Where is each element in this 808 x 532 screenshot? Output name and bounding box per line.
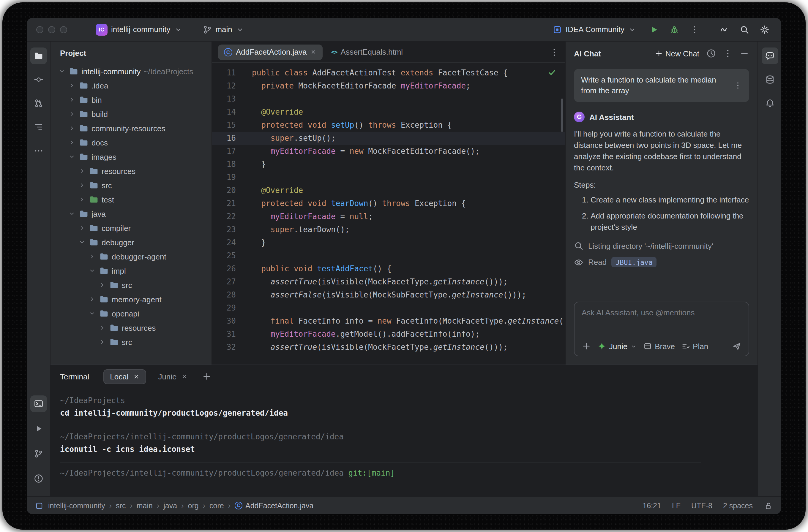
code-line-15[interactable]: 15 protected void setUp() throws Excepti… (212, 119, 565, 132)
plan-mode-toggle[interactable]: Plan (681, 342, 708, 350)
code-line-27[interactable]: 27 assertTrue(isVisible(MockFacetType.ge… (212, 276, 565, 288)
tree-item-docs[interactable]: docs (51, 135, 212, 150)
tree-item-impl[interactable]: impl (51, 264, 212, 278)
line-ending[interactable]: LF (672, 501, 681, 510)
code-line-11[interactable]: 11public class AddFacetActionTest extend… (212, 66, 565, 79)
chevron-down-icon[interactable] (88, 309, 96, 318)
code-line-23[interactable]: 23 super.tearDown(); (212, 223, 565, 236)
breadcrumb-item[interactable]: src (116, 501, 126, 510)
chevron-right-icon[interactable] (78, 195, 86, 204)
code-line-31[interactable]: 31 myEditorFacade.getModel().addFacetInf… (212, 328, 565, 341)
chevron-down-icon[interactable] (58, 67, 66, 75)
tree-item-debugger-agent[interactable]: debugger-agent (51, 249, 212, 264)
chevron-right-icon[interactable] (68, 81, 76, 90)
close-tab-icon[interactable] (182, 373, 188, 380)
more-tool-button[interactable] (30, 142, 47, 159)
editor-scrollbar[interactable] (561, 98, 563, 132)
code-line-22[interactable]: 22 myEditorFacade = null; (212, 210, 565, 223)
code-line-21[interactable]: 21 protected void tearDown() throws Exce… (212, 197, 565, 210)
pull-request-tool-button[interactable] (30, 95, 47, 112)
code-line-29[interactable]: 29 (212, 302, 565, 315)
tree-item-src[interactable]: src (51, 278, 212, 292)
breadcrumb-item[interactable]: intellij-community (48, 501, 105, 510)
chevron-right-icon[interactable] (68, 138, 76, 147)
code-line-32[interactable]: 32 assertTrue(isVisible(MockFacetType.ge… (212, 341, 565, 354)
breadcrumb-item[interactable]: java (163, 501, 177, 510)
editor-tab-AssertEquals.html[interactable]: <>AssertEquals.html (325, 44, 409, 60)
tree-item-compiler[interactable]: compiler (51, 221, 212, 235)
code-line-28[interactable]: 28 assertFalse(isVisible(MockSubFacetTyp… (212, 288, 565, 302)
tree-item-.idea[interactable]: .idea (51, 78, 212, 93)
chat-options-icon[interactable] (723, 49, 733, 58)
tree-item-src[interactable]: src (51, 178, 212, 192)
terminal-tab-Junie[interactable]: Junie (152, 369, 194, 383)
breadcrumb-item[interactable]: org (188, 501, 199, 510)
code-line-18[interactable]: 18 } (212, 158, 565, 171)
branch-widget[interactable]: main (198, 22, 249, 37)
code-line-24[interactable]: 24 } (212, 236, 565, 249)
ai-chat-tool-button[interactable] (761, 48, 778, 64)
code-area[interactable]: 11public class AddFacetActionTest extend… (212, 63, 565, 364)
breadcrumb-item[interactable]: main (136, 501, 153, 510)
chevron-right-icon[interactable] (78, 167, 86, 175)
close-tab-icon[interactable] (310, 49, 317, 55)
code-line-25[interactable]: 25 (212, 249, 565, 263)
terminal-tab-Local[interactable]: Local (103, 369, 146, 384)
terminal-output[interactable]: ~/IdeaProjects cd intellij-community/pro… (51, 388, 757, 496)
editor-options-icon[interactable] (550, 47, 559, 57)
chevron-right-icon[interactable] (98, 338, 106, 346)
code-line-20[interactable]: 20 @Override (212, 184, 565, 197)
chevron-right-icon[interactable] (88, 252, 96, 261)
tree-item-src[interactable]: src (51, 335, 212, 349)
terminal-tool-button[interactable] (30, 396, 47, 412)
chevron-right-icon[interactable] (68, 124, 76, 132)
chevron-right-icon[interactable] (98, 324, 106, 332)
tree-item-test[interactable]: test (51, 192, 212, 207)
file-badge[interactable]: JBUI.java (611, 257, 657, 267)
code-line-12[interactable]: 12 private MockFacetEditorFacade myEdito… (212, 79, 565, 93)
file-encoding[interactable]: UTF-8 (691, 501, 712, 510)
bell-tool-button[interactable] (761, 95, 778, 112)
code-line-26[interactable]: 26 public void testAddFacet() { (212, 263, 565, 276)
minimize-window-button[interactable] (48, 26, 55, 33)
chevron-down-icon[interactable] (68, 153, 76, 161)
inspections-ok-icon[interactable] (547, 68, 557, 77)
tree-item-resources[interactable]: resources (51, 164, 212, 178)
chevron-right-icon[interactable] (68, 96, 76, 104)
commit-tool-button[interactable] (30, 71, 47, 88)
run-button[interactable] (647, 22, 661, 37)
code-line-16[interactable]: 16 super.setUp(); (212, 132, 565, 145)
code-line-19[interactable]: 19 (212, 171, 565, 184)
chevron-right-icon[interactable] (78, 224, 86, 232)
database-tool-button[interactable] (761, 71, 778, 88)
close-tab-icon[interactable] (133, 373, 140, 380)
indent-style[interactable]: 2 spaces (723, 501, 753, 510)
project-widget[interactable]: IC intellij-community (91, 21, 187, 38)
code-line-14[interactable]: 14 @Override (212, 106, 565, 119)
structure-tool-button[interactable] (30, 119, 47, 135)
more-actions-icon[interactable] (687, 22, 702, 37)
ai-assistant-logo-icon[interactable] (717, 22, 731, 37)
caret-position[interactable]: 16:21 (643, 501, 661, 510)
chat-history-icon[interactable] (706, 49, 716, 58)
chevron-right-icon[interactable] (88, 295, 96, 303)
chevron-right-icon[interactable] (98, 281, 106, 289)
send-message-icon[interactable] (732, 341, 741, 351)
tree-item-debugger[interactable]: debugger (51, 235, 212, 249)
message-menu-icon[interactable] (734, 75, 742, 96)
chevron-right-icon[interactable] (68, 110, 76, 118)
code-line-17[interactable]: 17 myEditorFacade = new MockFacetEditorF… (212, 145, 565, 158)
tree-item-resources[interactable]: resources (51, 321, 212, 335)
tree-item-community-resources[interactable]: community-resources (51, 121, 212, 135)
tree-item-openapi[interactable]: openapi (51, 306, 212, 321)
zoom-window-button[interactable] (60, 26, 67, 33)
attach-icon[interactable] (582, 341, 591, 351)
run-tool-button[interactable] (30, 420, 47, 437)
tree-item-memory-agent[interactable]: memory-agent (51, 292, 212, 306)
branch-tool-button[interactable] (30, 445, 47, 462)
chevron-right-icon[interactable] (78, 181, 86, 189)
chevron-down-icon[interactable] (78, 238, 86, 246)
chevron-down-icon[interactable] (68, 210, 76, 218)
editor-tab-AddFacetAction.java[interactable]: CAddFacetAction.java (218, 44, 323, 60)
new-terminal-tab-button[interactable] (202, 372, 212, 381)
